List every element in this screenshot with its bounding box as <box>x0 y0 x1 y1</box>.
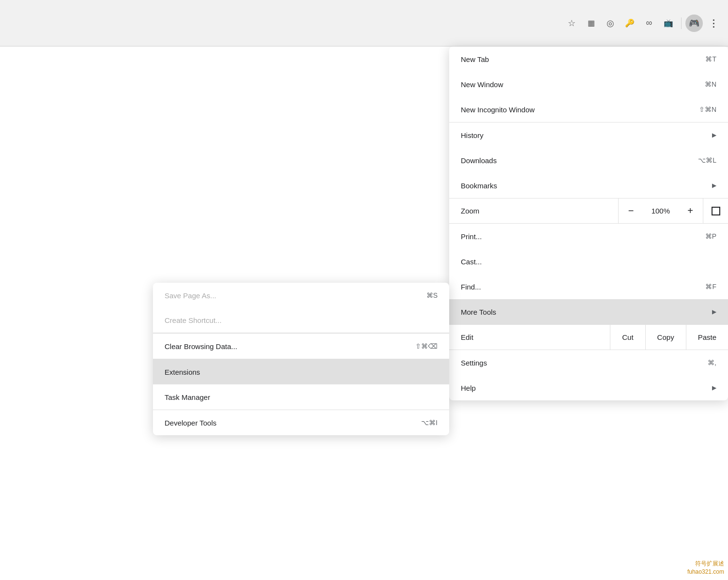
help-label: Help <box>461 384 476 392</box>
menu-section-tools: Print... ⌘P Cast... Find... ⌘F More Tool… <box>449 224 728 325</box>
menu-item-find[interactable]: Find... ⌘F <box>449 274 728 299</box>
save-page-shortcut: ⌘S <box>426 291 438 299</box>
menu-section-settings: Settings ⌘, Help ▶ <box>449 350 728 400</box>
zoom-plus-button[interactable]: + <box>678 198 703 223</box>
copy-button[interactable]: Copy <box>645 325 686 350</box>
lens-icon[interactable]: ◎ <box>602 15 619 32</box>
watermark-line2: fuhao321.com <box>687 568 724 576</box>
new-tab-label: New Tab <box>461 55 489 63</box>
cut-button[interactable]: Cut <box>610 325 645 350</box>
more-tools-menu: Save Page As... ⌘S Create Shortcut... Cl… <box>153 283 449 435</box>
menu-item-new-incognito[interactable]: New Incognito Window ⇧⌘N <box>449 97 728 122</box>
clear-browsing-label: Clear Browsing Data... <box>165 342 237 351</box>
star-icon[interactable]: ☆ <box>563 15 580 32</box>
menu-item-help[interactable]: Help ▶ <box>449 375 728 400</box>
edit-actions: Cut Copy Paste <box>610 325 728 350</box>
settings-shortcut: ⌘, <box>708 359 716 366</box>
tv-icon[interactable]: 📺 <box>660 15 677 32</box>
browser-toolbar: ☆ ▦ ◎ 🔑 ∞ 📺 🎮 ⋮ <box>0 0 728 46</box>
find-label: Find... <box>461 283 481 291</box>
watermark: 符号扩展述 fuhao321.com <box>687 560 724 576</box>
menu-item-bookmarks[interactable]: Bookmarks ▶ <box>449 173 728 198</box>
new-tab-shortcut: ⌘T <box>705 55 716 63</box>
zoom-label: Zoom <box>449 207 618 215</box>
downloads-label: Downloads <box>461 156 497 165</box>
watermark-line1: 符号扩展述 <box>687 560 724 568</box>
developer-tools-shortcut: ⌥⌘I <box>421 419 438 427</box>
menu-item-history[interactable]: History ▶ <box>449 122 728 148</box>
downloads-shortcut: ⌥⌘L <box>698 156 716 164</box>
zoom-row: Zoom − 100% + <box>449 198 728 224</box>
extensions-label: Extensions <box>165 368 200 376</box>
cast-label: Cast... <box>461 258 482 266</box>
new-window-shortcut: ⌘N <box>705 80 716 88</box>
menu-item-settings[interactable]: Settings ⌘, <box>449 350 728 375</box>
menu-item-cast[interactable]: Cast... <box>449 249 728 274</box>
zoom-minus-button[interactable]: − <box>619 198 644 223</box>
menu-item-downloads[interactable]: Downloads ⌥⌘L <box>449 148 728 173</box>
zoom-fullscreen-button[interactable] <box>703 198 728 223</box>
print-label: Print... <box>461 232 482 241</box>
submenu-item-save-page[interactable]: Save Page As... ⌘S <box>153 283 449 308</box>
history-arrow: ▶ <box>712 132 716 138</box>
new-incognito-shortcut: ⇧⌘N <box>699 106 716 113</box>
menu-item-more-tools[interactable]: More Tools ▶ <box>449 299 728 324</box>
menu-section-nav: History ▶ Downloads ⌥⌘L Bookmarks ▶ <box>449 122 728 198</box>
glasses-icon[interactable]: ∞ <box>640 15 658 32</box>
toolbar-separator <box>681 17 682 29</box>
submenu-item-create-shortcut[interactable]: Create Shortcut... <box>153 308 449 333</box>
paste-button[interactable]: Paste <box>686 325 728 350</box>
more-tools-arrow: ▶ <box>712 308 716 315</box>
submenu-item-clear-browsing[interactable]: Clear Browsing Data... ⇧⌘⌫ <box>153 334 449 359</box>
zoom-controls: − 100% + <box>618 198 703 223</box>
menu-item-new-window[interactable]: New Window ⌘N <box>449 72 728 97</box>
history-label: History <box>461 131 484 139</box>
find-shortcut: ⌘F <box>705 283 716 290</box>
new-window-label: New Window <box>461 80 503 89</box>
more-tools-label: More Tools <box>461 308 496 316</box>
menu-section-new: New Tab ⌘T New Window ⌘N New Incognito W… <box>449 46 728 122</box>
help-arrow: ▶ <box>712 384 716 391</box>
fullscreen-icon <box>712 207 720 215</box>
clear-browsing-shortcut: ⇧⌘⌫ <box>415 342 438 350</box>
developer-tools-label: Developer Tools <box>165 419 216 427</box>
toolbar-icons: ☆ ▦ ◎ 🔑 ∞ 📺 🎮 ⋮ <box>563 15 722 32</box>
new-incognito-label: New Incognito Window <box>461 106 535 114</box>
key-icon[interactable]: 🔑 <box>621 15 638 32</box>
zoom-value: 100% <box>644 207 678 215</box>
save-page-label: Save Page As... <box>165 291 216 300</box>
print-shortcut: ⌘P <box>705 232 716 240</box>
submenu-item-extensions[interactable]: Extensions <box>153 359 449 384</box>
avatar[interactable]: 🎮 <box>685 15 703 32</box>
create-shortcut-label: Create Shortcut... <box>165 316 222 324</box>
menu-item-print[interactable]: Print... ⌘P <box>449 224 728 249</box>
menu-icon[interactable]: ⋮ <box>705 15 722 32</box>
bookmarks-label: Bookmarks <box>461 182 497 190</box>
menu-item-new-tab[interactable]: New Tab ⌘T <box>449 46 728 72</box>
page-area: New Tab ⌘T New Window ⌘N New Incognito W… <box>0 46 728 580</box>
qr-icon[interactable]: ▦ <box>582 15 600 32</box>
settings-label: Settings <box>461 359 487 367</box>
chrome-menu: New Tab ⌘T New Window ⌘N New Incognito W… <box>449 46 728 400</box>
task-manager-label: Task Manager <box>165 393 210 401</box>
edit-row: Edit Cut Copy Paste <box>449 325 728 350</box>
submenu-item-task-manager[interactable]: Task Manager <box>153 384 449 410</box>
bookmarks-arrow: ▶ <box>712 182 716 189</box>
edit-label: Edit <box>449 333 610 341</box>
submenu-item-developer-tools[interactable]: Developer Tools ⌥⌘I <box>153 410 449 435</box>
